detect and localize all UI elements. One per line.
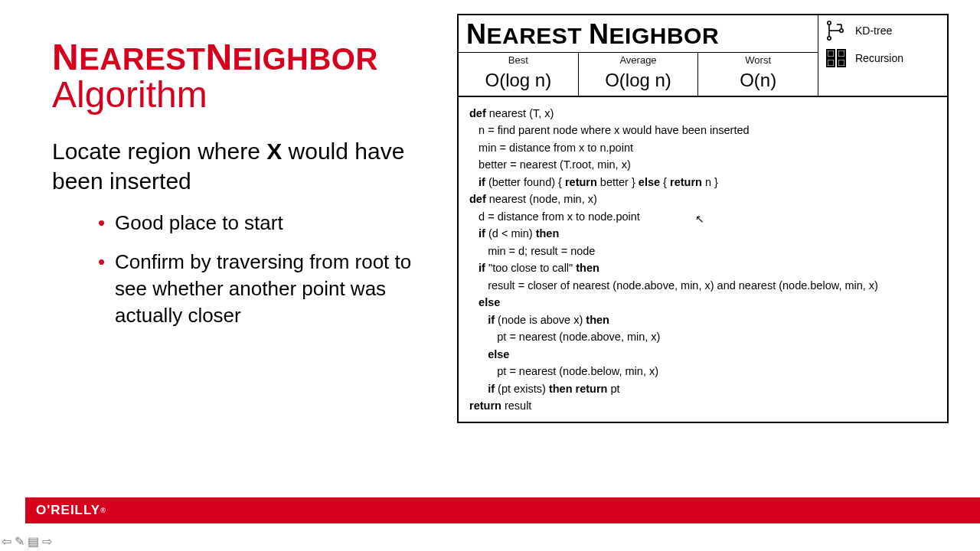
pseudo-line: if (better found) { return better } else… [469, 174, 936, 191]
bullet-list: Good place to start Confirm by traversin… [52, 210, 456, 329]
complexity-cell: Worst O(n) [698, 52, 818, 96]
registered-mark: ® [100, 507, 106, 514]
pseudo-line: else [469, 294, 936, 311]
pseudo-line: def nearest (node, min, x) [469, 191, 936, 207]
complexity-value: O(log n) [459, 67, 578, 96]
pseudo-line: pt = nearest (node.below, min, x) [469, 363, 936, 380]
svg-rect-11 [829, 52, 833, 56]
pseudo-line: if (d < min) then [469, 225, 936, 242]
pseudo-line: pt = nearest (node.above, min, x) [469, 328, 936, 345]
complexity-row: Best O(log n) Average O(log n) Worst O(n… [459, 52, 818, 96]
pseudo-line: else [469, 346, 936, 363]
svg-rect-13 [829, 61, 833, 65]
pseudo-line: n = find parent node where x would have … [469, 122, 936, 139]
slide: NEARESTNEIGHBOR Algorithm Locate region … [0, 0, 980, 513]
pseudo-line: min = distance from x to n.point [469, 139, 936, 156]
card-header: NEAREST NEIGHBOR Best O(log n) Average O… [459, 15, 947, 97]
svg-point-3 [840, 29, 843, 32]
prev-icon[interactable]: ⇦ [2, 536, 11, 548]
nav-controls: ⇦ ✎ ▤ ⇨ [2, 536, 52, 548]
complexity-value: O(n) [698, 67, 818, 96]
left-column: NEARESTNEIGHBOR Algorithm Locate region … [0, 0, 456, 513]
pseudo-line: if (node is above x) then [469, 311, 936, 328]
complexity-cell: Best O(log n) [459, 52, 579, 96]
title-line1: NEARESTNEIGHBOR [52, 38, 456, 77]
complexity-cell: Average O(log n) [579, 52, 699, 96]
complexity-label: Worst [698, 53, 818, 67]
side-row: Recursion [825, 47, 941, 69]
bullet-item: Confirm by traversing from root to see w… [98, 249, 444, 329]
pseudo-line: return result [469, 397, 936, 414]
svg-point-0 [828, 21, 831, 24]
pseudo-line: def nearest (T, x) [469, 105, 936, 122]
pseudo-line: result = closer of nearest (node.above, … [469, 277, 936, 294]
pseudo-line: if "too close to call" then [469, 259, 936, 276]
svg-rect-12 [840, 52, 844, 56]
kdtree-icon [825, 20, 848, 41]
cursor-icon: ↖ [695, 213, 704, 225]
side-label: Recursion [855, 52, 903, 64]
complexity-label: Best [459, 53, 578, 67]
next-icon[interactable]: ⇨ [42, 536, 52, 548]
side-label: KD-tree [855, 24, 892, 37]
svg-rect-14 [840, 61, 844, 65]
recursion-icon [825, 47, 848, 69]
complexity-label: Average [579, 53, 698, 67]
pseudo-line: min = d; result = node [469, 243, 936, 259]
card-side: KD-tree [818, 15, 947, 96]
menu-icon[interactable]: ▤ [28, 536, 39, 548]
card-title: NEAREST NEIGHBOR [459, 15, 818, 52]
side-row: KD-tree [825, 20, 941, 41]
title-line2: Algorithm [52, 75, 456, 116]
complexity-value: O(log n) [579, 67, 698, 96]
svg-point-4 [828, 37, 831, 40]
pseudo-line: better = nearest (T.root, min, x) [469, 156, 936, 173]
brand-bar: O'REILLY® [25, 497, 980, 523]
edit-icon[interactable]: ✎ [15, 536, 24, 548]
pseudocode: def nearest (T, x) n = find parent node … [459, 97, 947, 422]
subtitle: Locate region where X would have been in… [52, 137, 456, 196]
pseudo-line: if (pt exists) then return pt [469, 380, 936, 397]
brand-text: O'REILLY [36, 503, 100, 518]
bullet-item: Good place to start [98, 210, 444, 236]
